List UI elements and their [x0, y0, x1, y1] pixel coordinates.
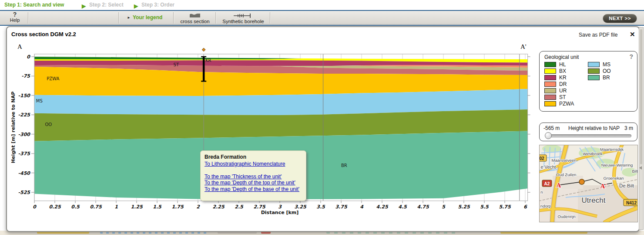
y-tick-label: -300: [18, 132, 30, 137]
borehole-marker-icon[interactable]: [202, 48, 205, 51]
map-label: Utrecht: [582, 196, 606, 204]
map-endpoint-a-prime: A': [600, 183, 607, 190]
overview-map[interactable]: A2N41202MaartensdijkWestbroekMaarsseveen…: [539, 145, 638, 222]
endpoint-a-label: A: [17, 43, 22, 50]
legend-item-BR[interactable]: BR: [588, 74, 611, 81]
your-legend-button[interactable]: ►Your legend: [127, 14, 162, 20]
legend-code: MS: [603, 61, 610, 68]
map-position-marker[interactable]: [579, 179, 584, 184]
x-tick-label: 1.75: [171, 204, 184, 210]
legend-column-2: MSOOBR: [588, 61, 611, 81]
x-tick-label: 6: [523, 204, 527, 210]
step-2[interactable]: Step 2: Select: [89, 2, 124, 8]
map-road-badge-label: 02: [540, 156, 544, 161]
x-tick-label: 3.75: [335, 204, 347, 210]
map-label: Maartensdijk: [600, 147, 624, 152]
legend-item-HL[interactable]: HL: [544, 61, 574, 68]
height-slider-thumb[interactable]: [545, 132, 552, 139]
height-slider-panel: -565 m Height relative to NAP 3 m: [539, 123, 637, 141]
x-tick-label: 5: [442, 204, 446, 210]
unit-label-KR: KR: [205, 58, 211, 63]
help-icon: ?: [3, 11, 26, 17]
x-tick-label: 0.75: [90, 204, 102, 210]
map-label: ndorp: [540, 204, 551, 208]
legend-code: OO: [603, 68, 611, 74]
legend-code: PZWA: [559, 101, 574, 107]
x-tick-label: 2: [196, 204, 200, 210]
y-tick-label: -525: [18, 190, 30, 195]
x-tick-label: 0.5: [71, 204, 80, 210]
y-tick-label: 0: [27, 54, 30, 60]
x-tick-label: 4.5: [398, 204, 407, 210]
x-tick-label: 1.25: [131, 204, 143, 210]
map-label: De Bilt: [619, 183, 634, 188]
map-label: Oudenrijn: [557, 214, 575, 219]
map-label: Westbroek: [583, 151, 602, 156]
tooltip-links: To Lithostratigraphic NomenclatureTo the…: [205, 161, 302, 192]
tooltip-link-2[interactable]: To the map 'Depth of the top of the unit…: [205, 180, 302, 186]
y-axis-title: Height [m] relative to NAP: [10, 92, 16, 163]
x-tick-label: 1.5: [153, 204, 162, 210]
map-road-badge-label: N412: [626, 201, 637, 205]
step-1[interactable]: Step 1: Search and view: [4, 2, 64, 8]
y-tick-label: -225: [18, 112, 30, 118]
scrollbar-thumb[interactable]: [640, 29, 642, 164]
toolbar-separator: [215, 12, 216, 24]
legend-item-BX[interactable]: BX: [544, 68, 574, 74]
legend-code: BX: [559, 68, 566, 74]
vertical-scrollbar[interactable]: [639, 27, 644, 230]
legend-item-PZWA[interactable]: PZWA: [544, 100, 574, 107]
legend-item-KR[interactable]: KR: [544, 74, 574, 81]
legend-swatch: [544, 62, 556, 67]
tooltip-link-0[interactable]: To Lithostratigraphic Nomenclature: [205, 161, 302, 167]
x-tick-label: 3.25: [294, 204, 306, 210]
synthetic-borehole-icon: [218, 12, 269, 18]
map-endpoint-a: A: [557, 182, 561, 189]
close-icon[interactable]: ✕: [630, 31, 635, 38]
legend-item-DR[interactable]: DR: [544, 81, 574, 87]
toolbar-separator: [270, 12, 271, 24]
legend-item-MS[interactable]: MS: [588, 61, 611, 68]
help-button[interactable]: ? Help: [3, 11, 26, 24]
synthetic-borehole-label: Synthetic borehole: [218, 19, 269, 24]
legend-swatch: [588, 62, 600, 67]
step-3[interactable]: Step 3: Order: [141, 2, 174, 8]
map-label: Groenekan: [603, 176, 624, 181]
unit-label-MS: MS: [36, 99, 43, 103]
save-as-pdf-button[interactable]: Save as PDF file: [579, 32, 617, 38]
layer-HL[interactable]: [34, 57, 304, 60]
map-label: n: [540, 190, 543, 194]
y-tick-label: -375: [18, 151, 30, 157]
legend-swatch: [544, 95, 556, 100]
legend-item-ST[interactable]: ST: [544, 94, 574, 100]
app-screen: Step 1: Search and view ▶ Step 2: Select…: [0, 0, 644, 235]
legend-item-UR[interactable]: UR: [544, 87, 574, 94]
x-tick-label: 2.25: [212, 204, 225, 210]
x-tick-label: 5.5: [480, 204, 489, 210]
cross-section-label: cross section: [176, 19, 214, 24]
unit-label-PZWA: PZWA: [47, 76, 59, 81]
legend-swatch: [544, 68, 556, 74]
x-tick-label: 0.25: [49, 204, 61, 210]
legend-swatch: [588, 75, 600, 80]
tooltip-link-1[interactable]: To the map 'Thickness of the unit': [205, 174, 302, 180]
legend-swatch: [544, 88, 556, 93]
step-arrow-icon: ▶: [82, 3, 86, 9]
map-label: Bilt: [632, 169, 637, 174]
next-button[interactable]: NEXT >>: [603, 14, 637, 23]
tooltip-title: Breda Formation: [205, 154, 302, 160]
height-slider-track[interactable]: [547, 134, 631, 137]
map-label: Maarsseveen: [551, 158, 576, 163]
x-tick-label: 2.5: [235, 204, 244, 210]
legend-item-OO[interactable]: OO: [588, 68, 611, 74]
cross-section-dialog: Cross section DGM v2.2 Save as PDF file …: [6, 26, 640, 232]
cross-section-button[interactable]: cross section: [176, 11, 214, 24]
map-label: Nieuwe-Wetering: [601, 163, 633, 167]
collapse-arrow-icon[interactable]: [639, 166, 642, 170]
triangle-icon: ►: [127, 16, 131, 20]
toolbar-separator: [118, 12, 119, 24]
tooltip-link-3[interactable]: To the map 'Depth of the base of the uni…: [205, 186, 302, 193]
legend-help-icon[interactable]: ?: [629, 53, 633, 60]
synthetic-borehole-button[interactable]: Synthetic borehole: [218, 11, 269, 24]
legend-swatch: [544, 101, 556, 106]
